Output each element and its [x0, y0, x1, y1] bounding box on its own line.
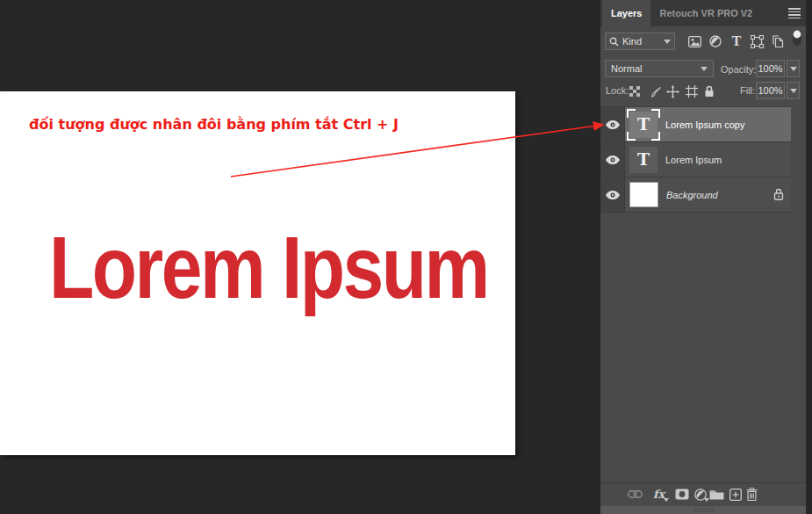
chevron-down-icon	[664, 40, 671, 44]
smart-object-filter-icon[interactable]	[771, 34, 785, 48]
filter-kind-label: Kind	[622, 36, 660, 47]
tab-layers[interactable]: Layers	[602, 0, 650, 26]
layer-filter-row: Kind T	[600, 26, 806, 56]
type-thumbnail-glyph: T	[637, 116, 650, 133]
layer-name[interactable]: Lorem Ipsum	[665, 155, 791, 165]
adjustment-layer-filter-icon[interactable]	[708, 34, 722, 48]
resize-grip-icon	[694, 508, 714, 512]
blend-mode-row: Normal Opacity: 100%	[600, 56, 806, 83]
fill-value-field[interactable]: 100%	[756, 82, 785, 99]
search-icon	[609, 37, 619, 47]
lock-all-icon[interactable]	[702, 84, 716, 98]
layer-row-lorem-ipsum[interactable]: T Lorem Ipsum	[600, 141, 791, 177]
selection-bracket	[627, 132, 636, 141]
lock-row: Lock:	[600, 83, 806, 104]
pixel-layer-filter-icon[interactable]	[687, 34, 701, 48]
eye-icon	[606, 191, 620, 199]
lock-transparency-icon[interactable]	[628, 84, 642, 98]
link-layers-icon[interactable]	[628, 487, 643, 502]
new-group-icon[interactable]	[709, 487, 724, 502]
lock-position-icon[interactable]	[665, 84, 679, 98]
visibility-toggle[interactable]	[600, 107, 625, 141]
blend-mode-dropdown[interactable]: Normal	[605, 60, 714, 77]
opacity-label: Opacity:	[721, 64, 756, 75]
layers-panel-toolbar: fx	[600, 482, 806, 506]
chevron-down-icon	[790, 89, 797, 93]
layer-name[interactable]: Background	[666, 190, 773, 200]
layer-row-background[interactable]: Background	[600, 177, 791, 213]
canvas-headline-text: Lorem Ipsum	[49, 223, 488, 311]
fill-value: 100%	[758, 85, 782, 96]
layer-thumbnail-text[interactable]: T	[629, 112, 658, 138]
opacity-value: 100%	[758, 63, 782, 74]
selection-bracket	[651, 109, 660, 118]
layer-style-icon[interactable]: fx	[653, 487, 665, 502]
layer-row-lorem-ipsum-copy[interactable]: T Lorem Ipsum copy	[600, 106, 791, 141]
canvas-annotation-text: đối tượng được nhân đôi bằng phím tắt Ct…	[29, 116, 399, 133]
layer-name[interactable]: Lorem Ipsum copy	[665, 119, 791, 130]
panel-tab-bar: Layers Retouch VR PRO V2	[600, 0, 806, 26]
layer-thumbnail-text[interactable]: T	[629, 147, 658, 173]
selection-bracket	[627, 109, 636, 118]
new-layer-icon[interactable]	[729, 487, 742, 502]
layer-mask-icon[interactable]	[675, 487, 689, 502]
layers-panel: Layers Retouch VR PRO V2 Kind	[600, 0, 806, 514]
delete-layer-icon[interactable]	[746, 487, 758, 502]
selection-bracket	[651, 132, 660, 141]
panel-resize-strip[interactable]	[600, 506, 806, 514]
panel-menu-icon[interactable]	[788, 8, 801, 18]
visibility-toggle[interactable]	[600, 177, 625, 212]
lock-artboard-icon[interactable]	[685, 84, 699, 98]
lock-label: Lock:	[606, 85, 629, 96]
opacity-dropdown-button[interactable]	[787, 60, 800, 77]
lock-pixels-icon[interactable]	[649, 84, 663, 98]
adjustment-layer-icon[interactable]	[694, 487, 707, 502]
chevron-down-icon	[790, 67, 797, 71]
fill-dropdown-button[interactable]	[787, 82, 800, 99]
layer-thumbnail-background[interactable]	[629, 182, 658, 207]
layer-lock-icon	[773, 188, 784, 202]
document-canvas[interactable]: đối tượng được nhân đôi bằng phím tắt Ct…	[0, 91, 515, 455]
type-thumbnail-glyph: T	[637, 151, 650, 168]
filter-toggle[interactable]	[790, 31, 804, 45]
tab-retouch-label: Retouch VR PRO V2	[659, 8, 752, 18]
tab-layers-label: Layers	[611, 8, 642, 18]
visibility-toggle[interactable]	[600, 142, 625, 177]
layers-list: T Lorem Ipsum copy T	[600, 106, 806, 213]
fill-label: Fill:	[740, 85, 755, 96]
filter-kind-dropdown[interactable]: Kind	[605, 33, 675, 50]
photoshop-workspace: đối tượng được nhân đôi bằng phím tắt Ct…	[0, 0, 812, 514]
chevron-down-icon	[701, 67, 708, 71]
eye-icon	[606, 120, 620, 129]
eye-icon	[606, 156, 620, 164]
tab-retouch-vr-pro[interactable]: Retouch VR PRO V2	[650, 0, 761, 26]
opacity-value-field[interactable]: 100%	[756, 60, 785, 77]
shape-layer-filter-icon[interactable]	[750, 34, 764, 48]
blend-mode-value: Normal	[611, 63, 701, 74]
type-layer-filter-icon[interactable]: T	[729, 34, 744, 48]
